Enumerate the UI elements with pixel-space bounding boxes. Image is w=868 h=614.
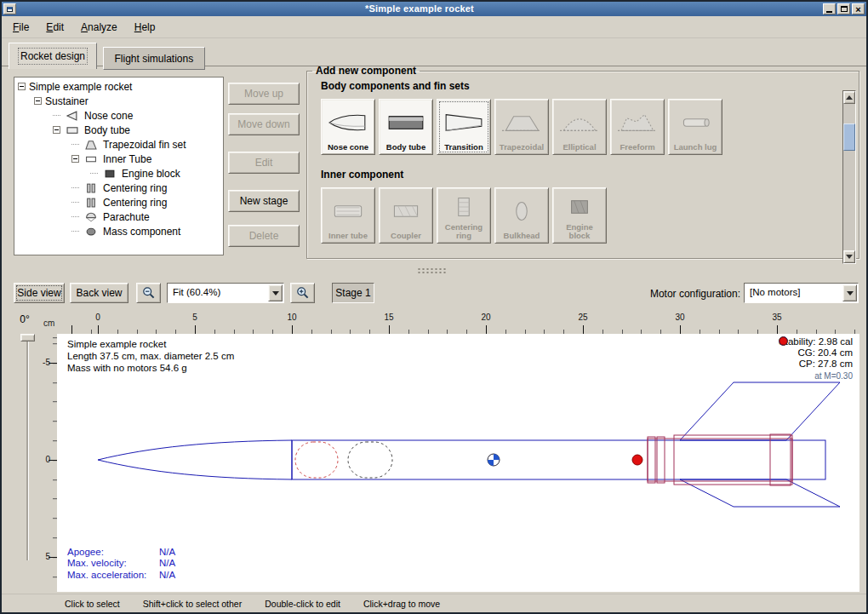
menu-help[interactable]: Help [127, 18, 163, 37]
add-elliptical-fin-button[interactable]: Elliptical [552, 99, 607, 155]
maximize-button[interactable] [837, 3, 850, 14]
collapse-icon[interactable] [18, 83, 26, 90]
minimize-button[interactable] [823, 3, 836, 14]
centering-ring-icon [443, 195, 484, 219]
collapse-icon[interactable] [71, 155, 79, 163]
tree-item-parachute[interactable]: Parachute [14, 209, 223, 224]
back-view-button[interactable]: Back view [70, 283, 128, 303]
collapse-icon[interactable] [53, 126, 60, 134]
arrow-up-icon [846, 92, 853, 100]
body-tube-outline[interactable] [292, 440, 825, 479]
zoom-in-button[interactable] [290, 283, 315, 303]
add-transition-button[interactable]: Transition [437, 99, 491, 155]
stability-value: Stability: 2.98 cal [779, 336, 853, 347]
add-trapezoidal-fin-button[interactable]: Trapezoidal [494, 99, 549, 155]
move-down-button[interactable]: Move down [228, 113, 300, 135]
stage-1-toggle[interactable]: Stage 1 [332, 283, 374, 303]
zoom-level-select[interactable]: Fit (60.4%) [167, 283, 284, 303]
rotation-slider-track[interactable] [26, 336, 29, 560]
delete-button[interactable]: Delete [228, 225, 300, 247]
add-inner-tube-button[interactable]: Inner tube [321, 187, 375, 244]
arrow-down-icon [846, 255, 853, 262]
launch-lug-icon [675, 111, 716, 135]
add-centering-ring-button[interactable]: Centering ring [437, 187, 491, 244]
component-tree[interactable]: Simple example rocket Sustainer Nose con… [14, 77, 224, 255]
menubar: File Edit Analyze Help [2, 16, 866, 38]
tab-flight-simulations[interactable]: Flight simulations [103, 47, 206, 70]
add-launch-lug-button[interactable]: Launch lug [668, 99, 722, 155]
parachute-outline[interactable] [295, 442, 338, 478]
chevron-down-icon [847, 291, 854, 299]
window-title: *Simple example rocket [16, 3, 823, 15]
rocket-canvas[interactable]: Simple example rocket Length 37.5 cm, ma… [57, 334, 859, 592]
motor-configuration-select[interactable]: [No motors] [744, 283, 859, 303]
combo-arrow-button[interactable] [842, 284, 857, 301]
titlebar: *Simple example rocket × [2, 2, 866, 16]
coupler-icon [385, 199, 426, 223]
minimize-icon [826, 11, 832, 13]
centering-ring-outline[interactable] [657, 437, 665, 483]
add-freeform-fin-button[interactable]: Freeform [610, 99, 665, 155]
add-body-tube-button[interactable]: Body tube [379, 99, 433, 155]
cg-marker [488, 454, 500, 466]
collapse-icon[interactable] [34, 97, 42, 105]
nose-cone-outline[interactable] [98, 440, 292, 479]
trapezoidal-fin-icon [83, 139, 100, 150]
tree-item-body-tube[interactable]: Body tube [14, 123, 223, 137]
combo-arrow-button[interactable] [268, 284, 283, 301]
inner-tube-icon [328, 199, 368, 223]
tree-item-centering-ring-1[interactable]: Centering ring [14, 181, 223, 195]
engine-block-outline[interactable] [648, 437, 655, 483]
splitter[interactable] [2, 262, 866, 278]
elliptical-fin-icon [559, 111, 600, 135]
flight-data: Apogee:N/A Max. velocity:N/A Max. accele… [67, 547, 175, 582]
rocket-info: Simple example rocket Length 37.5 cm, ma… [67, 338, 234, 374]
side-view-button[interactable]: Side view [14, 283, 65, 303]
rotation-slider-thumb[interactable] [20, 334, 35, 341]
body-components-label: Body components and fin sets [321, 80, 859, 92]
add-engine-block-button[interactable]: Engine block [552, 187, 607, 244]
close-button[interactable]: × [852, 3, 865, 14]
mass-component-outline[interactable] [348, 442, 392, 478]
max-acceleration-value: N/A [159, 570, 175, 582]
system-menu-button[interactable] [3, 3, 16, 14]
lower-fin-outline[interactable] [680, 479, 840, 507]
tree-item-engine-block[interactable]: Engine block [14, 166, 223, 181]
move-up-button[interactable]: Move up [228, 83, 300, 105]
tree-item-fin-set[interactable]: Trapezoidal fin set [14, 137, 223, 152]
rocket-dimensions: Length 37.5 cm, max. diameter 2.5 cm [67, 350, 234, 362]
aft-centering-ring-outline[interactable] [770, 434, 791, 485]
component-scrollbar[interactable] [842, 90, 856, 264]
zoom-level-value: Fit (60.4%) [173, 287, 220, 297]
cg-value: CG: 20.4 cm [797, 347, 853, 359]
body-tube-icon [64, 124, 81, 135]
tab-rocket-design[interactable]: Rocket design [9, 43, 97, 69]
scroll-up-button[interactable] [843, 91, 855, 104]
tree-item-centering-ring-2[interactable]: Centering ring [14, 195, 223, 209]
scroll-down-button[interactable] [843, 250, 855, 263]
menu-analyze[interactable]: Analyze [73, 18, 125, 37]
mass-component-icon [83, 226, 100, 237]
add-coupler-button[interactable]: Coupler [379, 187, 433, 244]
menu-edit[interactable]: Edit [38, 18, 71, 37]
freeform-fin-icon [617, 111, 658, 135]
tree-item-sustainer[interactable]: Sustainer [14, 94, 223, 108]
tree-item-nose-cone[interactable]: Nose cone [14, 108, 223, 123]
trapezoidal-fin-icon [501, 111, 542, 135]
tree-item-inner-tube[interactable]: Inner Tube [14, 152, 223, 166]
rotation-value: 0° [12, 313, 37, 325]
new-stage-button[interactable]: New stage [228, 190, 300, 212]
add-bulkhead-button[interactable]: Bulkhead [494, 187, 549, 244]
add-nose-cone-button[interactable]: Nose cone [321, 99, 375, 155]
upper-fin-outline[interactable] [680, 382, 840, 440]
tree-item-mass-component[interactable]: Mass component [14, 224, 223, 238]
stability-info: Stability: 2.98 cal CG: 20.4 cm CP: 27.8… [779, 336, 853, 382]
edit-button[interactable]: Edit [228, 152, 300, 174]
apogee-value: N/A [159, 547, 175, 559]
tree-item-rocket[interactable]: Simple example rocket [14, 79, 223, 94]
scrollbar-thumb[interactable] [843, 123, 855, 151]
menu-file[interactable]: File [5, 18, 37, 37]
inner-components-row: Inner tube Coupler Centering ring Bulkhe… [321, 187, 859, 244]
zoom-out-button[interactable] [136, 283, 161, 303]
motor-mount-outline[interactable] [674, 435, 792, 485]
